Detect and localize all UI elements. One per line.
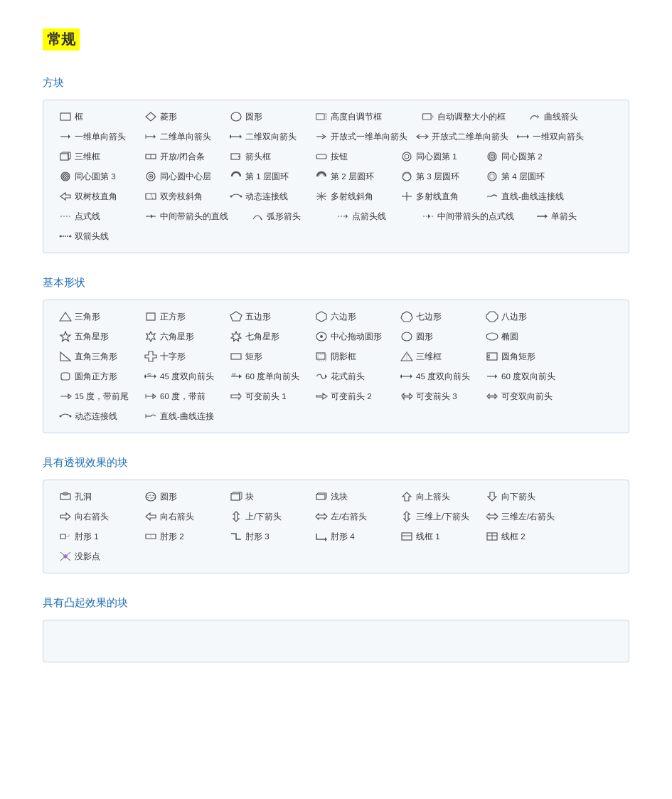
list-item: 线框 1 <box>396 529 481 544</box>
svg-rect-27 <box>316 154 326 159</box>
shape-grid-fangkuai: 框 菱形 圆形 高度自调节框 自动调整大小的框 曲线箭头 一维单向箭头 <box>43 100 629 253</box>
square-icon <box>144 311 157 322</box>
list-item: 正方形 <box>140 309 225 324</box>
svg-point-101 <box>60 416 62 418</box>
shape-label: 可变前头 2 <box>331 391 372 402</box>
svg-point-39 <box>150 176 152 178</box>
list-item: 第 4 层圆环 <box>481 169 567 184</box>
list-item: 七角星形 <box>225 329 311 344</box>
svg-marker-10 <box>68 134 70 139</box>
svg-marker-8 <box>537 115 539 119</box>
shape-label: 正方形 <box>160 312 186 322</box>
arcbarrow-icon <box>251 211 264 222</box>
shape-label: 弧形箭头 <box>267 211 301 222</box>
shape-label: 椭圆 <box>501 332 518 342</box>
shape-label: 三角形 <box>75 312 100 322</box>
shape-label: 七角星形 <box>245 332 279 342</box>
triangle-icon <box>59 311 72 322</box>
svg-rect-86 <box>61 373 70 380</box>
shape-grid-raised <box>43 620 629 662</box>
list-item: 左/右箭头 <box>311 509 396 524</box>
shape-label: 第 4 层圆环 <box>501 171 545 182</box>
dynamiclink-icon <box>230 191 242 202</box>
svg-point-102 <box>70 416 72 418</box>
shape-label: 双旁枝斜角 <box>160 191 203 202</box>
updownarrow-icon <box>230 511 242 522</box>
shape-label: 直角三角形 <box>75 351 117 362</box>
list-item: 二维双向箭头 <box>225 129 311 144</box>
list-item: 双树枝直角 <box>55 189 140 204</box>
list-item: 同心圆第 1 <box>396 149 481 164</box>
shape-label: 动态连接线 <box>245 191 288 202</box>
shape-label: 五边形 <box>245 312 271 322</box>
shape-label: 阴影框 <box>331 351 356 362</box>
crossshape-icon <box>144 351 157 362</box>
pentastar-icon <box>59 331 72 342</box>
list-item: 圆角正方形 <box>55 369 140 384</box>
list-item: 直线-曲线连接线 <box>481 189 568 204</box>
deg15front-icon <box>59 391 72 402</box>
list-item: 中心拖动圆形 <box>311 329 396 344</box>
list-item: 高度自调节框 <box>311 109 417 125</box>
ring2-icon <box>315 171 328 182</box>
shape-label: 中间带箭头的直线 <box>160 211 228 222</box>
shape-label: 肘形 3 <box>245 531 270 542</box>
list-item: 肘形 3 <box>225 529 311 544</box>
shape-label: 中间带箭头的点式线 <box>437 211 514 222</box>
list-item: 直线-曲线连接 <box>140 408 225 424</box>
list-item: 六边形 <box>311 309 396 324</box>
section-title-raised: 具有凸起效果的块 <box>43 596 629 610</box>
svg-rect-20 <box>60 154 68 160</box>
list-item: 多射线斜角 <box>311 189 396 204</box>
shape-label: 三维框 <box>75 152 100 162</box>
list-item: 浅块 <box>311 489 396 504</box>
list-item: 60 60 度单向前头 <box>225 369 311 384</box>
list-item: 45 45 度双向前头 <box>140 369 225 384</box>
ring1-icon <box>230 171 242 182</box>
curvearrow-icon <box>528 111 541 122</box>
3dleftright-icon <box>486 511 498 522</box>
list-item: 60 度双向前头 <box>481 369 567 384</box>
2dsinglearrow-icon <box>144 131 157 142</box>
list-item: 60 度，带前 <box>140 388 225 404</box>
list-item: 向下箭头 <box>481 489 567 504</box>
shape-label: 多射线斜角 <box>331 191 373 202</box>
elbow2-icon <box>144 531 157 542</box>
shape-label: 一维单向箭头 <box>75 132 126 142</box>
shape-label: 开放式一维单向箭头 <box>331 132 407 142</box>
heptastar-icon <box>230 331 242 342</box>
shape-label: 同心圆第 1 <box>416 152 457 162</box>
list-item: 中间带箭头的直线 <box>140 208 247 224</box>
shape-label: 八边形 <box>501 312 527 322</box>
list-item: 阴影框 <box>311 349 396 364</box>
dblrightangle-icon <box>59 191 72 202</box>
shape-label: 60 度双向前头 <box>501 371 555 382</box>
svg-marker-58 <box>346 214 348 218</box>
downarrow-icon <box>486 491 498 502</box>
shape-label: 十字形 <box>160 351 186 362</box>
shape-label: 向上箭头 <box>416 492 450 502</box>
section-title-transparent: 具有透视效果的块 <box>43 456 629 470</box>
list-item: 肘形 4 <box>311 529 396 544</box>
dotline-icon <box>59 211 72 222</box>
shape-label: 圆形 <box>416 332 433 342</box>
svg-point-76 <box>320 335 323 338</box>
svg-rect-111 <box>316 494 325 499</box>
singlearrow-icon <box>535 211 548 222</box>
svg-marker-73 <box>146 332 155 342</box>
svg-rect-80 <box>231 354 241 359</box>
list-item: 肘形 1 <box>55 529 140 544</box>
list-item: 圆形 <box>225 109 311 125</box>
list-item: 动态连接线 <box>55 408 140 424</box>
shape-label: 动态连接线 <box>75 411 117 422</box>
svg-point-44 <box>230 196 233 198</box>
svg-point-29 <box>405 154 409 159</box>
vanishingpt-icon <box>59 551 72 562</box>
shadowbox-icon <box>315 351 328 362</box>
svg-marker-12 <box>154 134 156 139</box>
ring4-icon <box>486 171 498 182</box>
shape-label: 曲线箭头 <box>544 112 578 122</box>
openclose-icon <box>144 151 157 162</box>
svg-marker-69 <box>316 312 326 322</box>
svg-rect-105 <box>60 494 70 499</box>
